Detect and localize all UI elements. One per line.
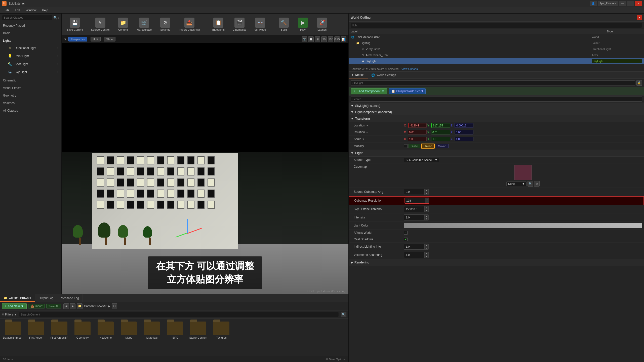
menu-edit[interactable]: Edit: [12, 8, 23, 13]
save-current-button[interactable]: 💾 Save Current: [65, 17, 85, 32]
light-component-header[interactable]: ▼ LightComponent (Inherited): [349, 109, 644, 115]
outliner-item-archexterior[interactable]: ⬡ ArchExterior_Root Actor: [349, 52, 644, 58]
sky-light-info[interactable]: ℹ: [57, 71, 58, 74]
scale-z-input[interactable]: [455, 137, 473, 141]
light-section-header[interactable]: ▼ Light: [349, 150, 644, 157]
settings-button[interactable]: ⚙ Settings: [158, 17, 173, 32]
import-datasmith-button[interactable]: 📥 Import Datasmith: [177, 17, 202, 32]
rotation-dropdown[interactable]: ▼: [366, 131, 368, 134]
cast-shadows-checkbox[interactable]: ✓: [404, 238, 408, 241]
expand-icon[interactable]: ⬡: [112, 303, 117, 309]
add-component-button[interactable]: + + Add Component ▼: [351, 88, 387, 94]
folder-geometry[interactable]: Geometry: [72, 322, 93, 359]
spin-up[interactable]: ▲: [424, 189, 428, 192]
save-all-button[interactable]: Save All: [46, 304, 61, 308]
spot-light-item[interactable]: 🔦 Spot Light ℹ: [0, 60, 61, 68]
location-x-input[interactable]: [408, 123, 427, 128]
section-visual-effects-header[interactable]: Visual Effects: [0, 85, 61, 91]
blueprint-button[interactable]: 📋 Blueprint/Add Script: [389, 88, 426, 94]
vr-mode-button[interactable]: 👓 VR Mode: [252, 17, 268, 32]
location-z-input[interactable]: [455, 123, 473, 128]
world-settings-tab[interactable]: 🌐 World Settings: [368, 72, 400, 78]
indirect-down[interactable]: ▼: [424, 247, 428, 249]
static-button[interactable]: Static: [409, 144, 420, 148]
maximize-button[interactable]: □: [627, 1, 634, 6]
outliner-close-button[interactable]: ✕: [637, 15, 642, 20]
nav-back-button[interactable]: ◀: [63, 303, 69, 309]
directional-light-info[interactable]: ℹ: [57, 47, 58, 50]
minimize-button[interactable]: —: [619, 1, 626, 6]
transform-section-header[interactable]: ▼ Transform: [349, 115, 644, 122]
light-color-swatch[interactable]: [404, 223, 642, 228]
sky-distance-down[interactable]: ▼: [424, 209, 428, 212]
rotation-x-input[interactable]: [408, 130, 427, 134]
nav-forward-button[interactable]: ▶: [70, 303, 75, 309]
intensity-down[interactable]: ▼: [424, 217, 428, 220]
cubemap-resolution-field[interactable]: [405, 199, 425, 203]
section-all-classes-header[interactable]: All Classes: [0, 107, 61, 114]
play-button[interactable]: ▶ Play: [295, 17, 310, 32]
details-search-input[interactable]: [351, 80, 635, 85]
view-options-link[interactable]: View Options: [401, 67, 418, 70]
affects-world-checkbox[interactable]: ✓: [404, 231, 408, 235]
cubemap-refresh-icon[interactable]: ↺: [534, 181, 540, 187]
rendering-section-header[interactable]: ▶ Rendering: [349, 259, 644, 266]
spin-down[interactable]: ▼: [424, 192, 428, 195]
folder-starter-content[interactable]: StarterContent: [188, 322, 208, 359]
content-search-icon[interactable]: 🔍: [341, 312, 346, 317]
location-y-input[interactable]: [431, 123, 450, 128]
details-filter-input[interactable]: [351, 97, 642, 102]
vp-icon-1[interactable]: 📷: [302, 36, 307, 42]
viewport[interactable]: Level: EpicExterior (Persistent) ▼ Persp…: [62, 35, 348, 294]
location-dropdown[interactable]: ▼: [366, 124, 369, 127]
scale-x-input[interactable]: [408, 137, 427, 141]
folder-datasmith-import[interactable]: DatasmithImport: [3, 322, 23, 359]
outliner-item-epic-exterior[interactable]: 🌐 EpicExterior (Editor) World: [349, 34, 644, 40]
section-geometry-header[interactable]: Geometry: [0, 92, 61, 99]
sky-light-item[interactable]: 🌤 Sky Light ℹ: [0, 68, 61, 76]
folder-first-person[interactable]: FirstPerson: [26, 322, 46, 359]
content-button[interactable]: 📁 Content: [115, 17, 131, 32]
content-search-input[interactable]: [19, 312, 339, 317]
filters-button[interactable]: Filters ▼: [5, 313, 17, 316]
sky-distance-field[interactable]: [404, 207, 424, 211]
class-search-input[interactable]: [2, 15, 52, 20]
section-recently-placed-header[interactable]: Recently Placed: [0, 22, 61, 29]
details-tab[interactable]: ℹ Details: [349, 72, 368, 78]
view-options-button[interactable]: 👁 View Options: [326, 358, 345, 361]
directional-light-item[interactable]: ☀ Directional Light ℹ: [0, 44, 61, 52]
section-basic-header[interactable]: Basic: [0, 30, 61, 36]
outliner-item-skylight[interactable]: 🌤 SkyLight SkyLight: [349, 58, 644, 64]
folder-materials[interactable]: Materials: [142, 322, 162, 359]
info-icon[interactable]: ℹ: [58, 16, 59, 19]
source-type-dropdown[interactable]: SLS Captured Scene ▼: [404, 158, 439, 162]
outliner-search-input[interactable]: [351, 23, 642, 28]
resolution-spin-down[interactable]: ▼: [425, 201, 429, 203]
scale-dropdown[interactable]: ▼: [362, 138, 365, 141]
tab-output-log[interactable]: Output Log: [35, 294, 57, 302]
section-volumes-header[interactable]: Volumes: [0, 100, 61, 106]
unlit-button[interactable]: Unlit: [91, 37, 101, 41]
folder-maps[interactable]: Maps: [119, 322, 139, 359]
menu-help[interactable]: Help: [39, 8, 51, 13]
point-light-info[interactable]: ℹ: [57, 55, 58, 58]
build-button[interactable]: 🔨 Build: [276, 17, 291, 32]
rotation-z-input[interactable]: [455, 130, 473, 134]
indirect-lighting-field[interactable]: [404, 245, 424, 249]
point-light-item[interactable]: 💡 Point Light ℹ: [0, 52, 61, 60]
launch-button[interactable]: 🚀 Launch: [314, 17, 330, 32]
source-control-button[interactable]: ⑂ Source Control: [89, 17, 111, 32]
blueprints-button[interactable]: 📋 Blueprints: [210, 17, 227, 32]
vp-icon-5[interactable]: 10°: [328, 36, 333, 42]
folder-first-person-bp[interactable]: FirstPersonBP: [49, 322, 69, 359]
import-button[interactable]: 📥 Import: [28, 304, 45, 308]
light-color-value[interactable]: [404, 223, 642, 228]
vp-icon-2[interactable]: 🔲: [308, 36, 314, 42]
menu-window[interactable]: Window: [23, 8, 39, 13]
indirect-up[interactable]: ▲: [424, 244, 428, 247]
cinematics-button[interactable]: 🎬 Cinematics: [231, 17, 248, 32]
vp-icon-7[interactable]: 📊: [341, 36, 346, 42]
outliner-item-vraysun[interactable]: ☀ VRaySun01 DirectionalLight: [349, 46, 644, 52]
content-home-icon[interactable]: 📁: [77, 303, 83, 309]
tab-message-log[interactable]: Message Log: [57, 294, 83, 302]
